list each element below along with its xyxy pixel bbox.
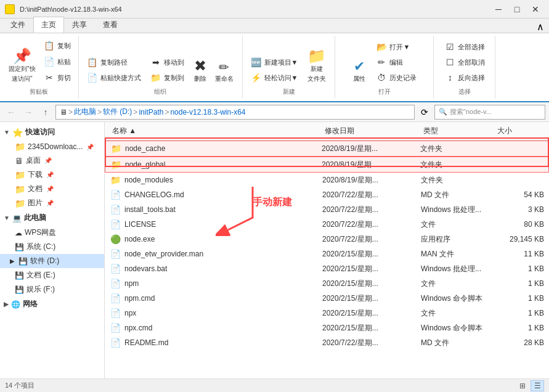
search-bar[interactable]: 🔍 搜索"node-v... bbox=[434, 105, 545, 120]
open-label: 打开 bbox=[378, 88, 391, 96]
delete-button[interactable]: ✖ 删除 bbox=[190, 57, 210, 85]
maximize-button[interactable]: □ bbox=[508, 3, 526, 15]
copy-path-button[interactable]: 📋复制路径 bbox=[84, 55, 144, 70]
tab-share[interactable]: 共享 bbox=[64, 17, 95, 33]
col-type-header[interactable]: 类型 bbox=[421, 125, 495, 137]
search-placeholder: 搜索"node-v... bbox=[450, 107, 492, 116]
drive-icon-d: 💾 bbox=[18, 257, 28, 266]
col-date-header[interactable]: 修改日期 bbox=[322, 125, 421, 137]
forward-button[interactable]: → bbox=[21, 105, 36, 120]
table-row[interactable]: 📁 node_cache 2020/8/19/星期... 文件夹 bbox=[105, 141, 549, 157]
sidebar-item-downloads[interactable]: 📁 下载 📌 bbox=[0, 168, 104, 182]
file-type: MD 文件 bbox=[421, 190, 495, 200]
table-row[interactable]: 📄 npx.cmd 2020/2/15/星期... Windows 命令脚本 1… bbox=[105, 321, 549, 335]
select-none-button[interactable]: ☐全部取消 bbox=[441, 55, 487, 70]
file-size: 29,145 KB bbox=[495, 235, 544, 243]
properties-button[interactable]: ✔ 属性 bbox=[349, 57, 369, 85]
address-bar[interactable]: 🖥 > 此电脑 > 软件 (D:) > initPath > node-v12.… bbox=[55, 105, 415, 120]
file-date: 2020/2/15/星期... bbox=[322, 264, 421, 274]
address-initpath[interactable]: initPath bbox=[139, 108, 163, 116]
file-icon: 📄 bbox=[110, 263, 121, 274]
table-row[interactable]: 📁 node_modules 2020/8/19/星期... 文件夹 bbox=[105, 173, 549, 187]
col-name-header[interactable]: 名称 ▲ bbox=[110, 125, 322, 137]
file-type: 文件夹 bbox=[420, 160, 494, 170]
table-row[interactable]: 📁 node_global 2020/8/19/星期... 文件夹 bbox=[105, 157, 549, 173]
paste-button[interactable]: 📄粘贴 bbox=[41, 54, 73, 69]
clipboard-buttons: 📌 固定到"快 速访问" 📋复制 📄粘贴 ✂剪切 bbox=[5, 38, 73, 85]
up-button[interactable]: ↑ bbox=[38, 105, 53, 120]
table-row[interactable]: 📄 npm.cmd 2020/2/15/星期... Windows 命令脚本 1… bbox=[105, 291, 549, 306]
easy-access-button[interactable]: ⚡轻松访问▼ bbox=[248, 70, 301, 85]
new-item-button[interactable]: 🆕新建项目▼ bbox=[248, 55, 301, 70]
sidebar-section-this-pc[interactable]: ▼ 💻 此电脑 bbox=[0, 210, 104, 226]
sidebar-item-wps[interactable]: ☁ WPS网盘 bbox=[0, 226, 104, 240]
drive-icon-f: 💾 bbox=[15, 285, 24, 294]
sidebar-item-d-drive[interactable]: ▶ 💾 软件 (D:) bbox=[0, 254, 104, 268]
table-row[interactable]: 📄 npx 2020/2/15/星期... 文件 1 KB bbox=[105, 306, 549, 321]
tab-file[interactable]: 文件 bbox=[2, 17, 33, 33]
sidebar-item-c-drive[interactable]: 💾 系统 (C:) bbox=[0, 240, 104, 254]
tab-view[interactable]: 查看 bbox=[95, 17, 126, 33]
sidebar-section-network[interactable]: ▶ 🌐 网络 bbox=[0, 296, 104, 312]
new-label: 新建 bbox=[283, 88, 295, 96]
table-row[interactable]: 📄 LICENSE 2020/7/22/星期... 文件 80 KB bbox=[105, 217, 549, 232]
table-row[interactable]: 📄 npm 2020/2/15/星期... 文件 1 KB bbox=[105, 276, 549, 291]
table-row[interactable]: 📄 node_etw_provider.man 2020/2/15/星期... … bbox=[105, 247, 549, 261]
sidebar-item-pictures[interactable]: 📁 图片 📌 bbox=[0, 196, 104, 210]
file-date: 2020/8/19/星期... bbox=[322, 175, 421, 186]
address-pc[interactable]: 此电脑 bbox=[74, 107, 96, 117]
edit-button[interactable]: ✏编辑 bbox=[373, 55, 419, 70]
file-date: 2020/7/22/星期... bbox=[322, 190, 421, 200]
file-name-cell: 📄 README.md bbox=[110, 337, 322, 348]
move-to-button[interactable]: ➡移动到 bbox=[147, 55, 187, 70]
invert-selection-button[interactable]: ↕反向选择 bbox=[441, 70, 487, 85]
file-list-header: 名称 ▲ 修改日期 类型 大小 bbox=[105, 122, 549, 141]
file-type: Windows 批处理... bbox=[421, 205, 495, 215]
table-row[interactable]: 📄 nodevars.bat 2020/2/15/星期... Windows 批… bbox=[105, 261, 549, 276]
file-name-cell: 📄 npm.cmd bbox=[110, 293, 322, 304]
ribbon-expand-icon[interactable]: ∧ bbox=[537, 21, 544, 33]
ribbon-group-clipboard: 📌 固定到"快 速访问" 📋复制 📄粘贴 ✂剪切 剪贴板 bbox=[0, 36, 79, 99]
address-drive[interactable]: 软件 (D:) bbox=[103, 107, 132, 117]
new-folder-button[interactable]: 📁 新建 文件夹 bbox=[304, 47, 330, 85]
history-button[interactable]: ⏱历史记录 bbox=[373, 70, 419, 85]
file-date: 2020/2/15/星期... bbox=[322, 323, 421, 333]
back-button[interactable]: ← bbox=[4, 105, 18, 120]
sidebar-item-desktop[interactable]: 🖥 桌面 📌 bbox=[0, 153, 104, 168]
table-row[interactable]: 📄 CHANGELOG.md 2020/7/22/星期... MD 文件 54 … bbox=[105, 187, 549, 202]
file-name: node.exe bbox=[124, 235, 155, 243]
sidebar-section-quick-access[interactable]: ▼ ⭐ 快速访问 bbox=[0, 125, 104, 140]
table-row[interactable]: 📄 README.md 2020/7/22/星期... MD 文件 28 KB bbox=[105, 335, 549, 350]
view-list-button[interactable]: ☰ bbox=[531, 380, 544, 391]
address-node[interactable]: node-v12.18.3-win-x64 bbox=[170, 108, 245, 116]
copy-button[interactable]: 📋复制 bbox=[41, 38, 73, 53]
new-buttons: 🆕新建项目▼ ⚡轻松访问▼ 📁 新建 文件夹 bbox=[248, 38, 330, 85]
file-icon: 📄 bbox=[110, 308, 121, 319]
open-button[interactable]: 📂打开▼ bbox=[373, 39, 419, 54]
view-grid-button[interactable]: ⊞ bbox=[516, 380, 529, 391]
file-name-cell: 📄 LICENSE bbox=[110, 219, 322, 230]
table-row[interactable]: 📄 install_tools.bat 2020/7/22/星期... Wind… bbox=[105, 202, 549, 217]
table-row[interactable]: 🟢 node.exe 2020/7/22/星期... 应用程序 29,145 K… bbox=[105, 232, 549, 247]
file-name: node_global bbox=[125, 160, 165, 169]
ribbon-group-select: ☑全部选择 ☐全部取消 ↕反向选择 选择 bbox=[434, 36, 495, 99]
address-home-icon: 🖥 bbox=[60, 108, 67, 116]
copy-to-button[interactable]: 📁复制到 bbox=[147, 70, 187, 85]
minimize-button[interactable]: ─ bbox=[490, 3, 507, 15]
sidebar-item-documents[interactable]: 📁 文档 📌 bbox=[0, 182, 104, 196]
rename-button[interactable]: ✏ 重命名 bbox=[211, 59, 237, 85]
sidebar-item-e-drive[interactable]: 💾 文档 (E:) bbox=[0, 268, 104, 282]
refresh-button[interactable]: ⟳ bbox=[417, 105, 432, 120]
file-type: 文件 bbox=[421, 279, 495, 289]
pin-to-quick-access-button[interactable]: 📌 固定到"快 速访问" bbox=[5, 47, 39, 85]
sidebar-item-f-drive[interactable]: 💾 娱乐 (F:) bbox=[0, 282, 104, 296]
cut-button[interactable]: ✂剪切 bbox=[41, 70, 73, 85]
sidebar-item-2345download[interactable]: 📁 2345Downloac... 📌 bbox=[0, 140, 104, 153]
close-button[interactable]: ✕ bbox=[527, 3, 544, 15]
tab-home[interactable]: 主页 bbox=[33, 17, 64, 33]
select-all-button[interactable]: ☑全部选择 bbox=[441, 39, 487, 54]
paste-shortcut-button[interactable]: 📄粘贴快捷方式 bbox=[84, 70, 144, 85]
file-icon: 📄 bbox=[110, 293, 121, 304]
col-size-header[interactable]: 大小 bbox=[495, 125, 544, 137]
clipboard-label: 剪贴板 bbox=[30, 88, 48, 96]
